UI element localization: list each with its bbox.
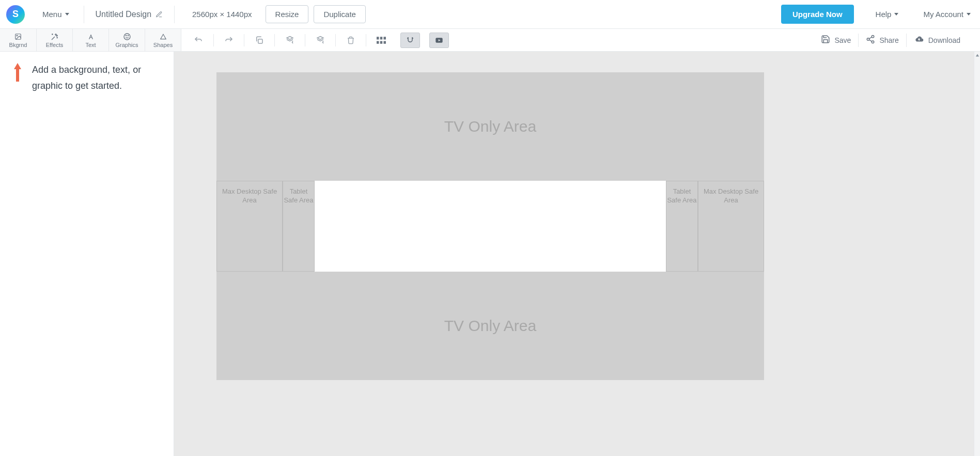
resize-button[interactable]: Resize [266,5,309,23]
svg-rect-6 [377,37,379,39]
divider [366,34,366,46]
svg-point-1 [17,35,18,36]
canvas-viewport[interactable]: TV Only Area Max Desktop Safe Area Table… [174,52,980,456]
chevron-down-icon [967,13,971,15]
snap-toggle[interactable] [400,33,420,48]
account-dropdown[interactable]: My Account [918,7,976,22]
download-label: Download [928,36,960,44]
svg-point-3 [126,35,126,36]
svg-point-4 [128,35,128,36]
save-button[interactable]: Save [814,35,858,45]
svg-point-14 [867,38,870,41]
youtube-overlay-toggle[interactable] [429,33,449,48]
share-label: Share [879,36,898,44]
svg-rect-11 [384,41,386,43]
pencil-icon [155,11,163,18]
divider [84,6,84,23]
menu-dropdown[interactable]: Menu [37,7,74,22]
tablet-right: Tablet Safe Area [666,181,698,272]
divider [305,34,305,46]
delete-button[interactable] [341,33,361,48]
max-desktop-right: Max Desktop Safe Area [698,181,764,272]
svg-rect-10 [380,41,383,43]
grid-button[interactable] [371,33,391,48]
tab-effects[interactable]: Effects [36,29,72,51]
tab-label: Shapes [153,42,173,48]
svg-point-15 [872,41,875,43]
duplicate-button[interactable]: Duplicate [314,5,366,23]
canvas-dimensions: 2560px × 1440px [184,10,260,19]
account-label: My Account [923,10,963,19]
tab-label: Text [85,42,96,48]
svg-rect-7 [380,37,383,39]
arrow-up-icon [12,62,23,83]
divider [174,6,175,23]
tv-only-label: TV Only Area [444,317,536,335]
vertical-scrollbar[interactable] [974,52,980,456]
top-header: S Menu Untitled Design 2560px × 1440px R… [0,0,980,29]
tab-label: Effects [46,42,63,48]
text-icon [87,33,95,41]
design-title-group[interactable]: Untitled Design [94,10,165,19]
divider [213,34,214,46]
share-icon [866,35,875,45]
tv-only-label: TV Only Area [444,118,536,135]
tab-text[interactable]: Text [72,29,108,51]
svg-rect-5 [258,39,262,43]
tab-label: Graphics [115,42,138,48]
avatar-letter: S [12,9,19,20]
left-sidebar: Add a background, text, or graphic to ge… [0,52,174,456]
scroll-up-button[interactable] [974,52,980,59]
avatar[interactable]: S [6,5,25,24]
tab-label: Bkgrnd [9,42,27,48]
editor-toolbar: Save Share Download [181,29,980,51]
upgrade-button[interactable]: Upgrade Now [781,5,854,24]
layer-down-button[interactable] [280,33,300,48]
layer-up-button[interactable] [310,33,330,48]
right-actions: Save Share Download [814,34,973,47]
main-area: Add a background, text, or graphic to ge… [0,52,980,456]
tab-shapes[interactable]: Shapes [145,29,181,51]
svg-rect-9 [377,41,379,43]
emoji-icon [123,33,131,41]
menu-label: Menu [42,10,62,19]
tablet-left: Tablet Safe Area [283,181,315,272]
tool-strip: Bkgrnd Effects Text Graphics Shapes [0,29,980,52]
left-tool-tabs: Bkgrnd Effects Text Graphics Shapes [0,29,181,51]
divider [244,34,244,46]
divider [335,34,336,46]
tv-only-bottom: TV Only Area [216,272,764,380]
artboard[interactable]: TV Only Area Max Desktop Safe Area Table… [216,72,764,456]
image-icon [14,33,22,41]
design-title: Untitled Design [96,10,152,19]
svg-point-2 [124,34,130,40]
download-icon [914,35,924,45]
share-button[interactable]: Share [859,35,906,45]
safe-area-row: Max Desktop Safe Area Tablet Safe Area T… [216,181,764,272]
tab-background[interactable]: Bkgrnd [0,29,36,51]
help-dropdown[interactable]: Help [870,7,904,22]
getting-started-hint: Add a background, text, or graphic to ge… [12,62,161,93]
center-safe-area[interactable] [315,181,666,272]
redo-button[interactable] [219,33,239,48]
triangle-icon [159,33,167,41]
svg-point-13 [872,36,875,38]
max-desktop-left: Max Desktop Safe Area [216,181,283,272]
copy-button[interactable] [250,33,269,48]
download-button[interactable]: Download [907,35,968,45]
wand-icon [51,33,59,41]
save-label: Save [834,36,851,44]
hint-text: Add a background, text, or graphic to ge… [32,62,156,93]
divider [274,34,275,46]
chevron-down-icon [894,13,898,15]
save-icon [821,35,830,45]
chevron-down-icon [65,13,69,15]
tv-only-top: TV Only Area [216,72,764,181]
undo-button[interactable] [189,33,208,48]
svg-rect-8 [384,37,386,39]
tab-graphics[interactable]: Graphics [108,29,145,51]
help-label: Help [876,10,892,19]
